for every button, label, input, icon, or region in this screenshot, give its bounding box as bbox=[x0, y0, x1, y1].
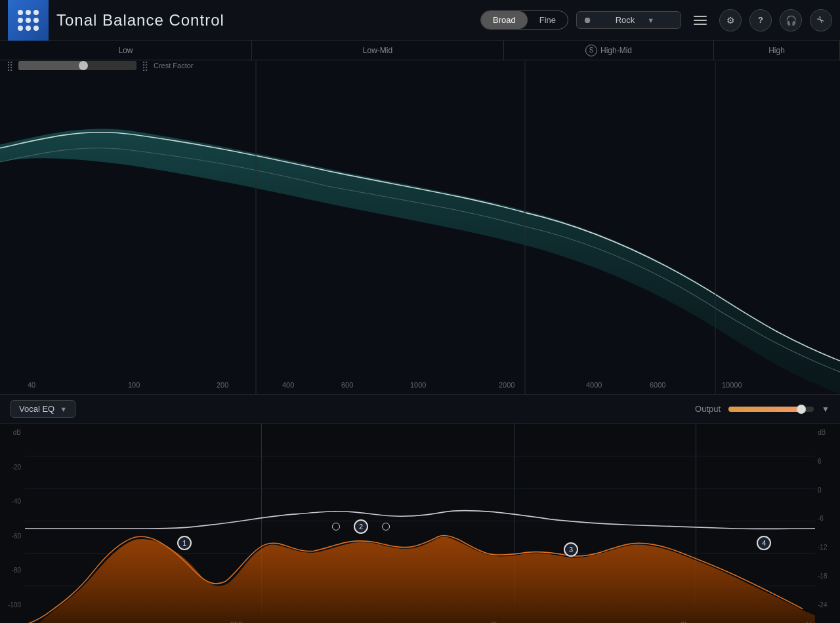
freq-2000: 2000 bbox=[499, 381, 514, 389]
db-minus60: -60 bbox=[12, 533, 21, 540]
freq-40: 40 bbox=[28, 381, 35, 389]
output-label: Output bbox=[695, 404, 721, 414]
headphones-button[interactable]: 🎧 bbox=[780, 9, 802, 31]
output-slider[interactable] bbox=[728, 407, 814, 412]
vocal-eq-selector[interactable]: Vocal EQ ▼ bbox=[10, 400, 75, 418]
settings-button[interactable]: ⚙ bbox=[719, 9, 742, 31]
eq-node-3[interactable]: 3 bbox=[564, 542, 578, 557]
lower-freq-8k: 8k bbox=[681, 620, 688, 623]
hz-label: Hz bbox=[807, 620, 815, 623]
freq-100: 100 bbox=[128, 381, 140, 389]
lower-grid bbox=[25, 424, 815, 614]
grid-hline-2 bbox=[25, 489, 815, 489]
fine-button[interactable]: Fine bbox=[528, 11, 568, 29]
freq-400: 400 bbox=[282, 381, 294, 389]
headphones-icon: 🎧 bbox=[786, 15, 797, 26]
main-display: Low Low-Mid High-Mid High ⣿ ⣿ Crest Fact… bbox=[0, 41, 840, 395]
grid-hline-5 bbox=[25, 586, 815, 586]
db-right-minus12: -12 bbox=[818, 544, 827, 551]
band-high-mid: High-Mid bbox=[504, 41, 714, 60]
crest-factor-label: Crest Factor bbox=[154, 62, 194, 70]
freq-200: 200 bbox=[217, 381, 228, 389]
db-right-minus6: -6 bbox=[818, 515, 824, 522]
eq-node-handle-left[interactable] bbox=[332, 523, 340, 531]
help-button[interactable]: ? bbox=[749, 9, 772, 31]
freq-6000: 6000 bbox=[650, 381, 665, 389]
broad-fine-toggle: Broad Fine bbox=[480, 10, 568, 30]
eq-node-1[interactable]: 1 bbox=[177, 536, 192, 550]
db-minus100: -100 bbox=[8, 601, 21, 609]
band-high: High bbox=[714, 41, 840, 60]
vocal-eq-chevron-icon: ▼ bbox=[60, 405, 67, 413]
grid-hline-4 bbox=[25, 553, 815, 553]
mid-toolbar: Vocal EQ ▼ Output ▼ bbox=[0, 395, 840, 424]
db-right-header: dB bbox=[818, 429, 826, 436]
freq-4000: 4000 bbox=[586, 381, 602, 389]
db-right-minus24: -24 bbox=[818, 601, 827, 609]
freq-10000: 10000 bbox=[722, 381, 742, 389]
vocal-eq-label: Vocal EQ bbox=[19, 404, 54, 414]
freq-1000: 1000 bbox=[410, 381, 426, 389]
output-dropdown-button[interactable]: ▼ bbox=[822, 405, 830, 414]
lower-freq-axis: 250 2k 8k Hz bbox=[25, 614, 815, 623]
db-label-header: dB bbox=[13, 429, 21, 436]
db-right-0: 0 bbox=[818, 487, 822, 494]
db-minus40: -40 bbox=[12, 498, 21, 505]
help-icon: ? bbox=[758, 15, 763, 25]
menu-button[interactable] bbox=[689, 9, 711, 31]
eq-node-handle-right[interactable] bbox=[382, 523, 390, 531]
lower-eq-area: dB -20 -40 -60 -80 -100 dB 6 0 -6 -12 -1… bbox=[0, 424, 840, 623]
lower-freq-250: 250 bbox=[230, 620, 242, 623]
freq-axis: 40 100 200 400 600 1000 2000 4000 6000 1… bbox=[0, 374, 840, 394]
db-minus20: -20 bbox=[12, 464, 21, 471]
record-icon: ⏺ bbox=[583, 15, 610, 25]
db-axis-left: dB -20 -40 -60 -80 -100 bbox=[0, 424, 25, 614]
settings-icon: ⚙ bbox=[726, 15, 735, 26]
waveform-right-icon: ⣿ bbox=[142, 60, 148, 71]
crest-slider[interactable] bbox=[18, 61, 136, 70]
eq-node-4[interactable]: 4 bbox=[757, 536, 771, 550]
preset-label: Rock bbox=[616, 15, 642, 25]
grid-hline-3 bbox=[25, 521, 815, 521]
app-logo bbox=[8, 0, 49, 41]
chevron-down-icon: ▼ bbox=[647, 16, 674, 24]
preset-selector[interactable]: ⏺ Rock ▼ bbox=[576, 11, 681, 29]
tonal-balance-curve bbox=[0, 41, 840, 394]
app-header: Tonal Balance Control Broad Fine ⏺ Rock … bbox=[0, 0, 840, 41]
db-right-6: 6 bbox=[818, 458, 822, 465]
freq-600: 600 bbox=[341, 381, 353, 389]
db-minus80: -80 bbox=[12, 567, 21, 574]
lower-freq-2k: 2k bbox=[491, 620, 499, 623]
eq-node-2[interactable]: 2 bbox=[354, 519, 368, 534]
app-title: Tonal Balance Control bbox=[56, 11, 472, 30]
db-right-minus18: -18 bbox=[818, 573, 827, 580]
output-slider-container bbox=[728, 407, 814, 412]
waveform-left-icon: ⣿ bbox=[7, 60, 13, 71]
band-low: Low bbox=[0, 41, 252, 60]
band-labels: Low Low-Mid High-Mid High bbox=[0, 41, 840, 60]
scissors-icon: ✂ bbox=[814, 14, 828, 27]
scissors-button[interactable]: ✂ bbox=[810, 9, 832, 31]
broad-button[interactable]: Broad bbox=[481, 11, 528, 29]
band-low-mid: Low-Mid bbox=[252, 41, 504, 60]
grid-hline-1 bbox=[25, 456, 815, 456]
crest-factor-area: ⣿ ⣿ Crest Factor bbox=[7, 60, 194, 71]
db-axis-right: dB 6 0 -6 -12 -18 -24 bbox=[815, 424, 840, 614]
